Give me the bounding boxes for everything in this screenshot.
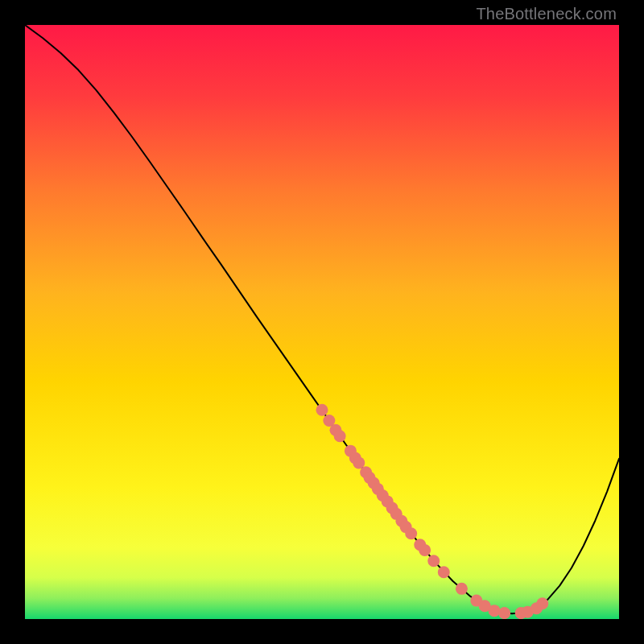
data-dot [536, 597, 548, 609]
data-dot [438, 566, 450, 578]
data-dot [334, 430, 346, 442]
data-dot [427, 555, 440, 567]
data-dot [405, 527, 417, 539]
data-dot [489, 605, 501, 617]
data-dot [316, 404, 328, 416]
data-dot [419, 544, 431, 556]
bottleneck-chart [25, 25, 619, 619]
watermark-text: TheBottleneck.com [476, 5, 617, 23]
chart-frame [25, 25, 619, 619]
data-dot [456, 583, 468, 595]
data-dot [498, 607, 510, 619]
